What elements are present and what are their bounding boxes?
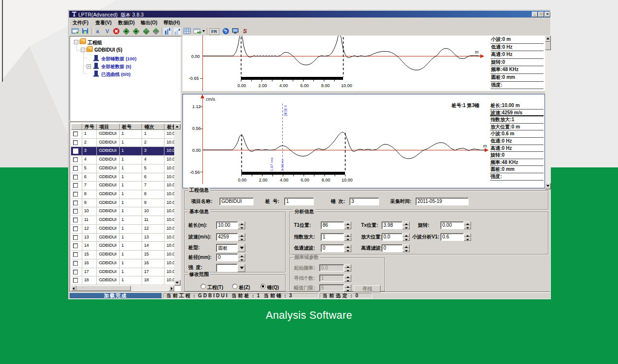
svg-text:0.00: 0.00: [238, 178, 247, 182]
svg-text:-0.65: -0.65: [189, 76, 199, 81]
svg-text:1.12: 1.12: [192, 104, 201, 109]
svg-text:10.00: 10.00: [341, 83, 352, 88]
svg-text:0.00: 0.00: [192, 148, 201, 153]
svg-text:cm/s: cm/s: [206, 97, 215, 102]
svg-text:10.00: 10.00: [342, 178, 353, 182]
svg-text:2.00: 2.00: [259, 178, 268, 182]
svg-text:4.00: 4.00: [280, 178, 289, 182]
svg-text:8.00: 8.00: [321, 83, 330, 88]
svg-text:0.00: 0.00: [191, 54, 200, 59]
svg-text:?: ?: [224, 29, 227, 34]
svg-text:6.00: 6.00: [300, 83, 309, 88]
svg-text:8.00: 8.00: [322, 178, 330, 182]
svg-text:3.98 m: 3.98 m: [280, 159, 285, 171]
svg-text:0.56: 0.56: [192, 126, 201, 131]
svg-text:0.00: 0.00: [237, 83, 246, 88]
svg-text:2.00: 2.00: [258, 83, 267, 88]
svg-text:II 砼桩: II 砼桩: [283, 105, 288, 117]
svg-text:桩号:1 第3锤: 桩号:1 第3锤: [451, 103, 479, 108]
svg-text:m: m: [483, 144, 487, 148]
svg-text:4.00: 4.00: [279, 83, 288, 88]
svg-text:m: m: [475, 50, 479, 55]
svg-text:1.87 ms: 1.87 ms: [270, 158, 274, 171]
svg-text:-0.56: -0.56: [190, 170, 200, 175]
svg-text:6.00: 6.00: [301, 178, 309, 182]
